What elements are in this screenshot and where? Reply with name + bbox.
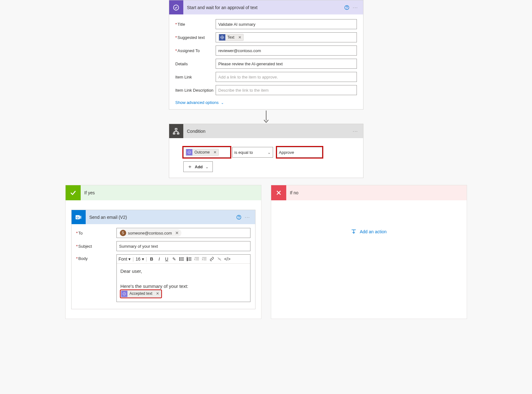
label-assigned-to: Assigned To bbox=[175, 48, 216, 53]
insert-step-icon bbox=[351, 229, 357, 235]
input-details[interactable]: Please review the AI-generated text bbox=[216, 59, 357, 69]
body-editor[interactable]: Dear user, Here's the summary of your te… bbox=[117, 263, 250, 302]
svg-text:3: 3 bbox=[187, 259, 188, 261]
svg-text:O: O bbox=[77, 216, 79, 219]
ai-builder-icon bbox=[219, 34, 225, 40]
rich-text-toolbar: Font ▾ | 16 ▾ | B I U ✎ bbox=[117, 255, 250, 263]
chevron-down-icon: ⌄ bbox=[205, 165, 209, 169]
connector-arrow-icon bbox=[263, 110, 270, 124]
label-subject: Subject bbox=[76, 244, 116, 249]
help-icon[interactable] bbox=[234, 213, 243, 222]
label-item-link: Item Link bbox=[175, 75, 216, 79]
link-icon[interactable] bbox=[209, 256, 215, 262]
condition-operator[interactable]: is equal to ⌄ bbox=[232, 147, 273, 158]
if-no-branch: If no Add an action bbox=[271, 185, 467, 319]
input-title[interactable]: Validate AI summary bbox=[216, 19, 357, 29]
bulleted-list-icon[interactable] bbox=[179, 256, 185, 262]
check-icon bbox=[66, 185, 81, 200]
code-view-icon[interactable]: </> bbox=[224, 256, 230, 262]
label-details: Details bbox=[175, 62, 216, 66]
condition-title: Condition bbox=[183, 129, 351, 134]
input-to[interactable]: S someone@contoso.com ✕ bbox=[116, 228, 250, 238]
unlink-icon[interactable] bbox=[217, 256, 222, 262]
chevron-down-icon: ⌄ bbox=[221, 101, 224, 105]
svg-rect-11 bbox=[177, 133, 179, 134]
more-icon[interactable]: ··· bbox=[351, 3, 360, 12]
input-assigned-to[interactable]: reviewer@contoso.com bbox=[216, 46, 357, 56]
italic-icon[interactable]: I bbox=[156, 256, 162, 262]
approval-card: Start and wait for an approval of text ·… bbox=[169, 0, 363, 110]
token-remove-icon[interactable]: ✕ bbox=[236, 35, 243, 40]
if-yes-header[interactable]: If yes bbox=[66, 185, 261, 200]
token-outcome[interactable]: Outcome ✕ bbox=[185, 149, 219, 156]
input-subject[interactable]: Summary of your text bbox=[116, 241, 250, 251]
condition-left[interactable]: Outcome ✕ bbox=[183, 147, 230, 158]
approval-icon bbox=[169, 0, 183, 14]
input-item-link-desc[interactable]: Describe the link to the item bbox=[216, 85, 357, 95]
plus-icon: ＋ bbox=[187, 164, 192, 170]
numbered-list-icon[interactable]: 123 bbox=[186, 256, 192, 262]
size-select[interactable]: 16 ▾ bbox=[136, 256, 144, 262]
help-icon[interactable] bbox=[342, 3, 351, 12]
label-item-link-desc: Item Link Description bbox=[175, 88, 216, 93]
close-icon bbox=[271, 185, 286, 200]
svg-rect-15 bbox=[79, 216, 81, 219]
condition-icon bbox=[169, 124, 183, 138]
highlight-icon[interactable]: ✎ bbox=[171, 256, 177, 262]
svg-point-17 bbox=[239, 218, 239, 219]
svg-point-12 bbox=[188, 151, 191, 154]
if-no-header[interactable]: If no bbox=[271, 185, 467, 200]
indent-icon[interactable] bbox=[202, 256, 207, 262]
svg-rect-5 bbox=[175, 128, 177, 130]
send-email-card: O Send an email (V2) ··· To bbox=[71, 210, 255, 309]
font-select[interactable]: Font ▾ bbox=[119, 256, 131, 262]
approval-token-icon bbox=[121, 291, 127, 297]
bold-icon[interactable]: B bbox=[149, 256, 154, 262]
if-yes-branch: If yes O Send an email (V2) ··· bbox=[65, 185, 261, 319]
condition-card: Condition ··· Outcome ✕ bbox=[169, 124, 363, 178]
label-body: Body bbox=[76, 254, 116, 261]
condition-right[interactable]: Approve bbox=[277, 147, 322, 158]
add-action-button[interactable]: Add an action bbox=[351, 229, 387, 235]
more-icon[interactable]: ··· bbox=[351, 127, 360, 136]
svg-rect-10 bbox=[173, 133, 175, 134]
svg-point-0 bbox=[174, 5, 179, 10]
label-to: To bbox=[76, 231, 116, 235]
send-email-header[interactable]: O Send an email (V2) ··· bbox=[72, 210, 255, 224]
condition-header[interactable]: Condition ··· bbox=[169, 124, 363, 138]
token-accepted-text[interactable]: Accepted text ✕ bbox=[121, 290, 162, 298]
svg-point-18 bbox=[180, 257, 180, 258]
svg-point-20 bbox=[180, 259, 180, 259]
approval-header[interactable]: Start and wait for an approval of text ·… bbox=[169, 0, 363, 14]
svg-point-2 bbox=[347, 8, 347, 9]
approval-title: Start and wait for an approval of text bbox=[183, 5, 342, 10]
more-icon[interactable]: ··· bbox=[243, 213, 252, 222]
remove-recipient-icon[interactable]: ✕ bbox=[174, 230, 180, 235]
add-condition-button[interactable]: ＋ Add ⌄ bbox=[183, 161, 213, 172]
svg-point-22 bbox=[180, 260, 180, 261]
token-remove-icon[interactable]: ✕ bbox=[212, 150, 218, 154]
recipient-pill[interactable]: S someone@contoso.com ✕ bbox=[119, 229, 181, 237]
show-advanced-toggle[interactable]: Show advanced options ⌄ bbox=[175, 100, 224, 105]
chevron-down-icon: ⌄ bbox=[267, 150, 271, 155]
approval-token-icon bbox=[186, 149, 192, 155]
outlook-icon: O bbox=[72, 210, 86, 224]
label-suggested-text: Suggested text bbox=[175, 35, 216, 40]
token-remove-icon[interactable]: ✕ bbox=[154, 291, 161, 297]
token-text[interactable]: Text ✕ bbox=[218, 34, 244, 41]
svg-point-37 bbox=[123, 293, 126, 295]
label-title: Title bbox=[175, 22, 216, 27]
input-item-link[interactable]: Add a link to the item to approve. bbox=[216, 72, 357, 82]
avatar: S bbox=[120, 230, 126, 236]
outdent-icon[interactable] bbox=[194, 256, 200, 262]
underline-icon[interactable]: U bbox=[164, 256, 169, 262]
input-suggested-text[interactable]: Text ✕ bbox=[216, 32, 357, 42]
